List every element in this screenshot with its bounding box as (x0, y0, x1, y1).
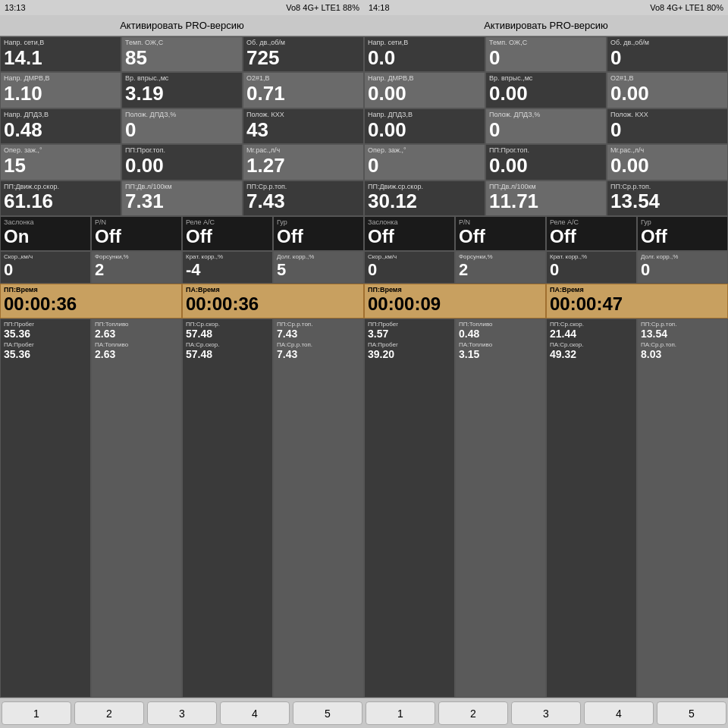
metric-row-4: Опер. заж.,°0ПП:Прог.топ.0.00Мг.рас.,л/ч… (364, 144, 728, 180)
stats-cell-3: ПП:Ср.скор.21.44ПА:Ср.скор.49.32 (546, 318, 637, 698)
stats-cell-2: ПП:Топливо2.63ПА:Топливо2.63 (91, 318, 182, 698)
stats-cell-4: ПП:Ср.р.топ.7.43ПА:Ср.р.топ.7.43 (273, 318, 364, 698)
metric-cell-4-1: Опер. заж.,°15 (0, 144, 121, 180)
stats-bot-value: 2.63 (95, 348, 178, 360)
time-value: 00:00:09 (368, 293, 441, 315)
cell-value: 0.00 (368, 119, 482, 141)
metric-cell-1-3: Об. дв.,об/м0 (607, 36, 728, 72)
cell-label: Напр. ДПДЗ,В (4, 111, 49, 119)
corr-cell-2: Форсунки,%2 (91, 251, 182, 284)
time-label: ПА:Время (550, 286, 584, 293)
time-label: ПП:Время (4, 286, 38, 293)
status-label: P/N (95, 218, 106, 226)
status-cell-2: P/NOff (455, 216, 546, 251)
corr-label: Крат. корр.,% (550, 253, 587, 260)
nav-btn-1[interactable]: 1 (2, 701, 71, 725)
metric-row-1: Напр. сети,В14.1Темп. ОЖ,С85Об. дв.,об/м… (0, 36, 364, 72)
metric-cell-4-3: Мг.рас.,л/ч1.27 (243, 144, 364, 180)
nav-btn-1[interactable]: 1 (366, 701, 435, 725)
cell-value: 43 (246, 119, 360, 141)
status-label: Гур (641, 218, 651, 226)
metric-cell-5-3: ПП:Ср.р.топ.13.54 (607, 180, 728, 216)
cell-value: 0.00 (610, 155, 724, 177)
metric-cell-1-3: Об. дв.,об/м725 (243, 36, 364, 72)
stats-top-label: ПП:Ср.скор. (550, 321, 633, 328)
cell-value: 7.31 (125, 190, 239, 212)
cell-value: 0.0 (368, 47, 482, 69)
stats-bot-label: ПА:Топливо (459, 341, 542, 348)
cell-value: 1.10 (4, 83, 118, 105)
metric-cell-3-3: Полож. КХХ43 (243, 108, 364, 144)
cell-value: 0 (489, 119, 603, 141)
stats-cell-2: ПП:Топливо0.48ПА:Топливо3.15 (455, 318, 546, 698)
corr-value: 2 (459, 260, 468, 280)
corr-cell-1: Скор.,км/ч0 (364, 251, 455, 284)
status-bar: 14:18Vo8 4G+ LTE1 80% (364, 0, 728, 15)
corr-value: -4 (186, 260, 201, 280)
corr-value: 0 (368, 260, 377, 280)
cell-value: 0.00 (368, 83, 482, 105)
nav-btn-5[interactable]: 5 (293, 701, 362, 725)
stats-bot-value: 3.15 (459, 348, 542, 360)
metric-row-2: Напр. ДМРВ,В0.00Вр. впрыс.,мс0.00О2#1,В0… (364, 72, 728, 108)
cell-label: Полож. ДПДЗ,% (125, 111, 176, 119)
metric-cell-1-1: Напр. сети,В14.1 (0, 36, 121, 72)
time-cell-2: ПА:Время00:00:47 (546, 284, 728, 318)
time-cell-1: ПП:Время00:00:36 (0, 284, 182, 318)
stats-cell-3: ПП:Ср.скор.57.48ПА:Ср.скор.57.48 (182, 318, 273, 698)
corr-cell-3: Крат. корр.,%0 (546, 251, 637, 284)
nav-btn-3[interactable]: 3 (511, 701, 581, 725)
stats-bot-value: 7.43 (277, 348, 360, 360)
status-cell-3: Реле А/СOff (546, 216, 637, 251)
metric-cell-5-3: ПП:Ср.р.топ.7.43 (243, 180, 364, 216)
metric-cell-3-2: Полож. ДПДЗ,%0 (485, 108, 607, 144)
time-cell-2: ПА:Время00:00:36 (182, 284, 364, 318)
cell-label: Полож. ДПДЗ,% (489, 111, 540, 119)
status-cell-4: ГурOff (273, 216, 364, 251)
stats-bot-label: ПА:Ср.р.топ. (641, 341, 724, 348)
time-value: 00:00:36 (4, 293, 77, 315)
metric-cell-2-3: О2#1,В0.71 (243, 72, 364, 108)
stats-top-value: 57.48 (186, 328, 269, 340)
metric-row-4: Опер. заж.,°15ПП:Прог.топ.0.00Мг.рас.,л/… (0, 144, 364, 180)
pro-button[interactable]: Активировать PRO-версию (364, 15, 728, 36)
status-value: Off (95, 226, 121, 247)
nav-btn-2[interactable]: 2 (438, 701, 508, 725)
metric-cell-2-1: Напр. ДМРВ,В0.00 (364, 72, 485, 108)
stats-bot-value: 57.48 (186, 348, 269, 360)
metric-cell-4-3: Мг.рас.,л/ч0.00 (607, 144, 728, 180)
stats-bot-label: ПА:Пробег (368, 341, 451, 348)
metric-cell-4-2: ПП:Прог.топ.0.00 (485, 144, 607, 180)
nav-bar: 12345 (0, 698, 364, 728)
status-time: 14:18 (369, 3, 390, 12)
nav-btn-4[interactable]: 4 (220, 701, 290, 725)
status-value: Off (186, 226, 212, 247)
stats-top-value: 0.48 (459, 328, 542, 340)
nav-btn-4[interactable]: 4 (584, 701, 654, 725)
nav-btn-3[interactable]: 3 (147, 701, 217, 725)
metric-cell-3-1: Напр. ДПДЗ,В0.48 (0, 108, 121, 144)
time-value: 00:00:47 (550, 293, 623, 315)
metric-row-5: ПП:Движ.ср.скор.30.12ПП:Дв.л/100км11.71П… (364, 180, 728, 216)
cell-value: 0.48 (4, 119, 118, 141)
stats-bot-value: 39.20 (368, 348, 451, 360)
corr-label: Форсунки,% (95, 253, 129, 260)
stats-bot-label: ПА:Топливо (95, 341, 178, 348)
cell-value: 61.16 (4, 190, 118, 212)
nav-btn-2[interactable]: 2 (74, 701, 144, 725)
status-value: Off (277, 226, 303, 247)
status-cell-1: ЗаслонкаOff (364, 216, 455, 251)
time-value: 00:00:36 (186, 293, 259, 315)
nav-btn-5[interactable]: 5 (657, 701, 726, 725)
time-label: ПА:Время (186, 286, 220, 293)
pro-button[interactable]: Активировать PRO-версию (0, 15, 364, 36)
stats-top-label: ПП:Ср.скор. (186, 321, 269, 328)
corr-value: 0 (4, 260, 13, 280)
status-bar: 13:13Vo8 4G+ LTE1 88% (0, 0, 364, 15)
corr-cell-4: Долг. корр.,%0 (637, 251, 728, 284)
status-row: ЗаслонкаOffP/NOffРеле А/СOffГурOff (364, 216, 728, 251)
status-row: ЗаслонкаOnP/NOffРеле А/СOffГурOff (0, 216, 364, 251)
stats-top-label: ПП:Ср.р.топ. (641, 321, 724, 328)
metric-cell-4-1: Опер. заж.,°0 (364, 144, 485, 180)
metric-cell-4-2: ПП:Прог.топ.0.00 (121, 144, 243, 180)
